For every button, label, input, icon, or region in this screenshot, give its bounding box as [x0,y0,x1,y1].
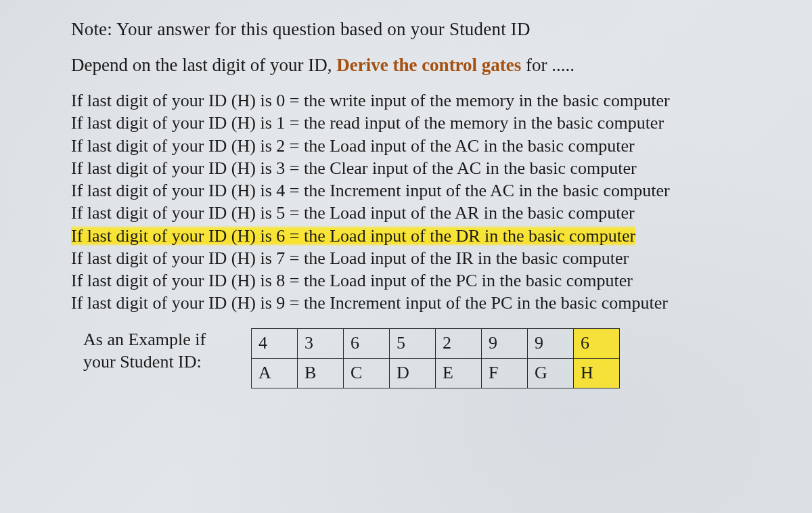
example-label: As an Example if your Student ID: [71,328,239,374]
depend-line: Depend on the last digit of your ID, Der… [71,55,785,76]
cell-letter-5: F [482,358,528,388]
conditions-block: If last digit of your ID (H) is 0 = the … [71,89,785,315]
student-id-table: 4 3 6 5 2 9 9 6 A B C D E F G H [251,328,620,388]
condition-2-text: If last digit of your ID (H) is 2 = the … [71,136,635,156]
example-row: As an Example if your Student ID: 4 3 6 … [71,328,785,388]
cell-letter-2: C [344,358,390,388]
example-label-line2: your Student ID: [83,351,239,373]
cell-digit-1: 3 [298,328,344,358]
table-row-letters: A B C D E F G H [252,358,620,388]
cell-digit-5: 9 [482,328,528,358]
cell-letter-4: E [436,358,482,388]
condition-6-text: If last digit of your ID (H) is 6 = the … [71,225,635,246]
condition-9-text: If last digit of your ID (H) is 9 = the … [71,293,668,313]
example-label-line1: As an Example if [83,328,239,351]
condition-2: If last digit of your ID (H) is 2 = the … [71,135,785,157]
cell-digit-6: 9 [528,328,574,358]
cell-digit-3: 5 [390,328,436,358]
condition-0-text: If last digit of your ID (H) is 0 = the … [71,91,670,110]
cell-digit-0: 4 [252,328,298,358]
depend-suffix: for ..... [521,55,574,75]
cell-digit-2: 6 [344,328,390,358]
table-row-digits: 4 3 6 5 2 9 9 6 [252,328,620,358]
condition-7: If last digit of your ID (H) is 7 = the … [71,247,785,269]
cell-digit-4: 2 [436,328,482,358]
condition-6: If last digit of your ID (H) is 6 = the … [71,225,785,247]
depend-prefix: Depend on the last digit of your ID, [71,55,336,75]
condition-3-text: If last digit of your ID (H) is 3 = the … [71,158,637,178]
condition-4: If last digit of your ID (H) is 4 = the … [71,179,785,202]
condition-8-text: If last digit of your ID (H) is 8 = the … [71,271,633,290]
condition-5-text: If last digit of your ID (H) is 5 = the … [71,203,635,223]
condition-5: If last digit of your ID (H) is 5 = the … [71,202,785,224]
cell-letter-6: G [528,358,574,388]
condition-1-text: If last digit of your ID (H) is 1 = the … [71,113,664,133]
condition-3: If last digit of your ID (H) is 3 = the … [71,157,785,179]
condition-7-text: If last digit of your ID (H) is 7 = the … [71,248,629,268]
condition-9: If last digit of your ID (H) is 9 = the … [71,292,785,314]
condition-1: If last digit of your ID (H) is 1 = the … [71,112,785,134]
condition-4-text: If last digit of your ID (H) is 4 = the … [71,181,670,200]
note-text: Note: Your answer for this question base… [71,19,785,40]
cell-letter-0: A [252,358,298,388]
cell-letter-3: D [390,358,436,388]
condition-8: If last digit of your ID (H) is 8 = the … [71,269,785,292]
depend-emphasis: Derive the control gates [336,55,521,75]
cell-letter-1: B [298,358,344,388]
cell-digit-7: 6 [574,328,620,358]
condition-0: If last digit of your ID (H) is 0 = the … [71,89,785,112]
cell-letter-7: H [574,358,620,388]
